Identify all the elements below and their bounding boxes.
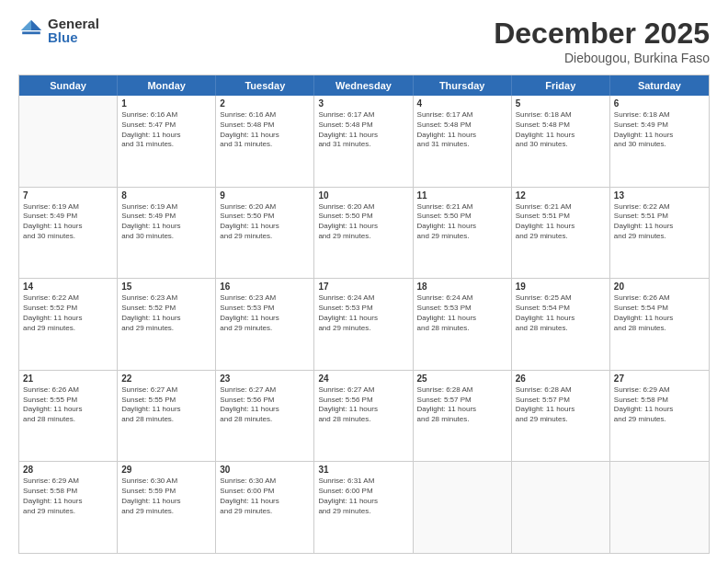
calendar-cell: 18Sunrise: 6:24 AM Sunset: 5:53 PM Dayli… [414,279,512,370]
cell-info: Sunrise: 6:18 AM Sunset: 5:48 PM Dayligh… [516,110,606,150]
cell-info: Sunrise: 6:27 AM Sunset: 5:56 PM Dayligh… [318,385,408,425]
calendar-week: 1Sunrise: 6:16 AM Sunset: 5:47 PM Daylig… [19,96,709,188]
day-number: 28 [23,465,113,475]
calendar-cell: 27Sunrise: 6:29 AM Sunset: 5:58 PM Dayli… [610,371,709,462]
cell-info: Sunrise: 6:31 AM Sunset: 6:00 PM Dayligh… [318,477,408,516]
logo-blue-label: Blue [48,30,99,44]
calendar-cell: 24Sunrise: 6:27 AM Sunset: 5:56 PM Dayli… [314,371,413,462]
calendar-cell: 2Sunrise: 6:16 AM Sunset: 5:48 PM Daylig… [216,96,314,187]
cell-info: Sunrise: 6:19 AM Sunset: 5:49 PM Dayligh… [121,202,211,242]
calendar-cell: 26Sunrise: 6:28 AM Sunset: 5:57 PM Dayli… [512,371,610,462]
day-number: 12 [516,190,606,201]
calendar-cell: 17Sunrise: 6:24 AM Sunset: 5:53 PM Dayli… [314,279,413,370]
cell-info: Sunrise: 6:27 AM Sunset: 5:55 PM Dayligh… [121,385,211,425]
calendar-cell: 11Sunrise: 6:21 AM Sunset: 5:50 PM Dayli… [414,188,512,279]
day-number: 29 [121,465,211,475]
calendar-cell: 9Sunrise: 6:20 AM Sunset: 5:50 PM Daylig… [216,188,314,279]
page-subtitle: Diebougou, Burkina Faso [494,51,710,65]
title-block: December 2025 Diebougou, Burkina Faso [494,17,710,65]
cell-info: Sunrise: 6:20 AM Sunset: 5:50 PM Dayligh… [220,202,310,242]
calendar-cell: 3Sunrise: 6:17 AM Sunset: 5:48 PM Daylig… [314,96,413,187]
cell-info: Sunrise: 6:23 AM Sunset: 5:52 PM Dayligh… [121,293,211,333]
calendar-cell: 25Sunrise: 6:28 AM Sunset: 5:57 PM Dayli… [414,371,512,462]
calendar-cell: 16Sunrise: 6:23 AM Sunset: 5:53 PM Dayli… [216,279,314,370]
cell-info: Sunrise: 6:29 AM Sunset: 5:58 PM Dayligh… [614,385,705,425]
calendar-cell: 19Sunrise: 6:25 AM Sunset: 5:54 PM Dayli… [512,279,610,370]
day-number: 24 [318,373,408,384]
day-number: 4 [417,98,507,109]
svg-marker-0 [31,20,41,30]
calendar-cell: 13Sunrise: 6:22 AM Sunset: 5:51 PM Dayli… [610,188,709,279]
cell-info: Sunrise: 6:23 AM Sunset: 5:53 PM Dayligh… [220,293,310,333]
header: General Blue December 2025 Diebougou, Bu… [18,17,710,65]
calendar-cell [610,462,709,553]
calendar-header-row: SundayMondayTuesdayWednesdayThursdayFrid… [19,75,709,96]
day-number: 2 [220,98,310,109]
calendar-cell: 12Sunrise: 6:21 AM Sunset: 5:51 PM Dayli… [512,188,610,279]
calendar-cell: 7Sunrise: 6:19 AM Sunset: 5:49 PM Daylig… [19,188,118,279]
calendar-cell [414,462,512,553]
day-number: 11 [417,190,507,201]
calendar-cell: 4Sunrise: 6:17 AM Sunset: 5:48 PM Daylig… [414,96,512,187]
logo-icon [18,17,44,43]
cell-info: Sunrise: 6:28 AM Sunset: 5:57 PM Dayligh… [516,385,606,425]
calendar: SundayMondayTuesdayWednesdayThursdayFrid… [18,75,710,554]
day-number: 10 [318,190,408,201]
day-number: 13 [614,190,705,201]
day-number: 19 [516,282,606,292]
calendar-week: 21Sunrise: 6:26 AM Sunset: 5:55 PM Dayli… [19,371,709,463]
day-number: 5 [516,98,606,109]
cell-info: Sunrise: 6:24 AM Sunset: 5:53 PM Dayligh… [417,293,507,333]
calendar-cell: 14Sunrise: 6:22 AM Sunset: 5:52 PM Dayli… [19,279,118,370]
logo-general-label: General [48,17,99,30]
day-number: 17 [318,282,408,292]
day-number: 3 [318,98,408,109]
calendar-header-day: Thursday [414,75,512,96]
calendar-cell [19,96,118,187]
day-number: 16 [220,282,310,292]
day-number: 1 [121,98,211,109]
cell-info: Sunrise: 6:20 AM Sunset: 5:50 PM Dayligh… [318,202,408,242]
calendar-cell: 30Sunrise: 6:30 AM Sunset: 6:00 PM Dayli… [216,462,314,553]
cell-info: Sunrise: 6:16 AM Sunset: 5:48 PM Dayligh… [220,110,310,150]
day-number: 20 [614,282,705,292]
cell-info: Sunrise: 6:18 AM Sunset: 5:49 PM Dayligh… [614,110,705,150]
calendar-cell: 29Sunrise: 6:30 AM Sunset: 5:59 PM Dayli… [118,462,216,553]
day-number: 18 [417,282,507,292]
page-title: December 2025 [494,17,710,51]
cell-info: Sunrise: 6:28 AM Sunset: 5:57 PM Dayligh… [417,385,507,425]
calendar-cell: 28Sunrise: 6:29 AM Sunset: 5:58 PM Dayli… [19,462,118,553]
cell-info: Sunrise: 6:21 AM Sunset: 5:50 PM Dayligh… [417,202,507,242]
day-number: 31 [318,465,408,475]
day-number: 25 [417,373,507,384]
svg-rect-2 [22,31,40,34]
page: General Blue December 2025 Diebougou, Bu… [0,0,728,563]
cell-info: Sunrise: 6:27 AM Sunset: 5:56 PM Dayligh… [220,385,310,425]
day-number: 22 [121,373,211,384]
cell-info: Sunrise: 6:22 AM Sunset: 5:51 PM Dayligh… [614,202,705,242]
day-number: 8 [121,190,211,201]
logo: General Blue [18,17,99,44]
calendar-cell: 15Sunrise: 6:23 AM Sunset: 5:52 PM Dayli… [118,279,216,370]
calendar-week: 7Sunrise: 6:19 AM Sunset: 5:49 PM Daylig… [19,188,709,280]
calendar-header-day: Friday [512,75,610,96]
cell-info: Sunrise: 6:16 AM Sunset: 5:47 PM Dayligh… [121,110,211,150]
calendar-cell: 10Sunrise: 6:20 AM Sunset: 5:50 PM Dayli… [314,188,413,279]
day-number: 15 [121,282,211,292]
cell-info: Sunrise: 6:21 AM Sunset: 5:51 PM Dayligh… [516,202,606,242]
calendar-header-day: Sunday [19,75,118,96]
cell-info: Sunrise: 6:24 AM Sunset: 5:53 PM Dayligh… [318,293,408,333]
day-number: 7 [23,190,113,201]
cell-info: Sunrise: 6:30 AM Sunset: 6:00 PM Dayligh… [220,477,310,516]
day-number: 26 [516,373,606,384]
cell-info: Sunrise: 6:30 AM Sunset: 5:59 PM Dayligh… [121,477,211,516]
day-number: 9 [220,190,310,201]
cell-info: Sunrise: 6:19 AM Sunset: 5:49 PM Dayligh… [23,202,113,242]
calendar-week: 28Sunrise: 6:29 AM Sunset: 5:58 PM Dayli… [19,462,709,553]
calendar-body: 1Sunrise: 6:16 AM Sunset: 5:47 PM Daylig… [19,96,709,553]
calendar-header-day: Tuesday [216,75,314,96]
cell-info: Sunrise: 6:26 AM Sunset: 5:54 PM Dayligh… [614,293,705,333]
day-number: 30 [220,465,310,475]
cell-info: Sunrise: 6:26 AM Sunset: 5:55 PM Dayligh… [23,385,113,425]
day-number: 6 [614,98,705,109]
